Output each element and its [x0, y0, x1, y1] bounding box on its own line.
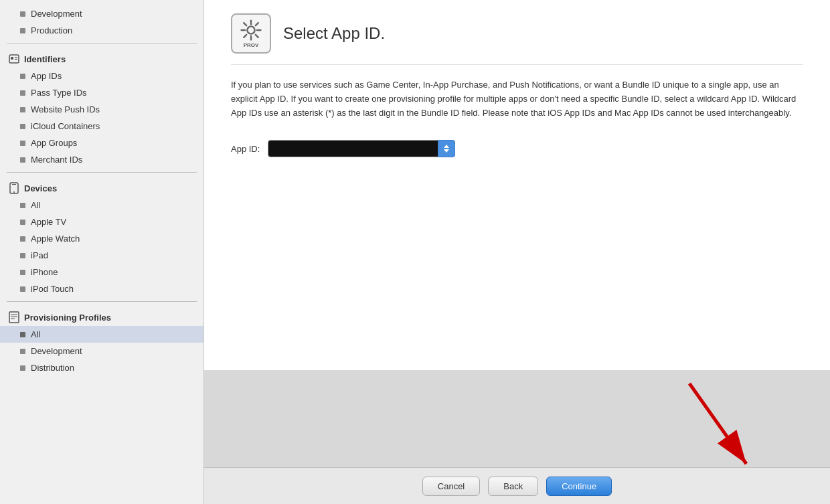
arrow-up-icon [444, 145, 449, 148]
sidebar-item-production[interactable]: Production [0, 22, 203, 39]
arrow-down-icon [444, 149, 449, 153]
app-id-select-wrapper[interactable] [268, 140, 455, 157]
back-button[interactable]: Back [488, 477, 538, 496]
bullet-icon [20, 107, 25, 112]
divider [7, 301, 197, 302]
svg-line-17 [256, 34, 258, 37]
bullet-icon [20, 286, 25, 292]
continue-button[interactable]: Continue [546, 477, 612, 496]
bullet-icon [20, 236, 25, 242]
sidebar-item-app-groups[interactable]: App Groups [0, 135, 203, 151]
svg-rect-1 [11, 57, 13, 60]
identifiers-header: Identifiers [0, 48, 203, 68]
provisioning-profiles-header: Provisioning Profiles [0, 306, 203, 326]
bullet-icon [20, 349, 25, 354]
bullet-icon [20, 90, 25, 96]
app-id-row: App ID: [231, 140, 803, 157]
sidebar-item-ipod-touch[interactable]: iPod Touch [0, 280, 203, 297]
select-arrow-icon[interactable] [438, 140, 455, 157]
sidebar-item-app-ids[interactable]: App IDs [0, 68, 203, 84]
svg-line-19 [244, 34, 246, 37]
provisioning-icon: PROV [231, 13, 271, 54]
bullet-icon [20, 74, 25, 79]
content-area: PROV Select App ID. If you plan to use s… [204, 0, 830, 370]
sidebar-item-distribution[interactable]: Distribution [0, 359, 203, 376]
bottom-bar: Cancel Back Continue [204, 467, 830, 504]
gear-icon [240, 19, 262, 41]
sidebar-item-icloud-containers[interactable]: iCloud Containers [0, 118, 203, 135]
main-content: PROV Select App ID. If you plan to use s… [204, 0, 830, 504]
sidebar: Development Production Identifiers App I… [0, 0, 204, 504]
sidebar-item-profiles-all[interactable]: All [0, 326, 203, 343]
svg-line-16 [244, 23, 246, 25]
prov-profiles-icon [8, 311, 20, 323]
svg-point-5 [13, 191, 15, 193]
id-icon [8, 53, 20, 65]
prov-label: PROV [244, 42, 259, 48]
sidebar-item-iphone[interactable]: iPhone [0, 264, 203, 280]
page-header: PROV Select App ID. [231, 13, 803, 65]
bullet-icon [20, 220, 25, 225]
bullet-icon [20, 124, 25, 129]
cancel-button[interactable]: Cancel [422, 477, 480, 496]
bullet-icon [20, 11, 25, 17]
page-title: Select App ID. [283, 24, 385, 43]
divider [7, 172, 197, 173]
bullet-icon [20, 157, 25, 163]
divider [7, 43, 197, 44]
bullet-icon [20, 28, 25, 33]
svg-line-21 [689, 384, 746, 464]
device-icon [8, 182, 20, 194]
sidebar-item-merchant-ids[interactable]: Merchant IDs [0, 151, 203, 168]
devices-header: Devices [0, 177, 203, 197]
bullet-icon [20, 332, 25, 337]
sidebar-item-devices-all[interactable]: All [0, 197, 203, 214]
sidebar-item-apple-watch[interactable]: Apple Watch [0, 230, 203, 247]
footer-gray-area: Cancel Back Continue [204, 370, 830, 504]
svg-point-11 [247, 26, 254, 33]
app-id-label: App ID: [231, 144, 260, 154]
svg-rect-7 [9, 312, 19, 323]
sidebar-item-ipad[interactable]: iPad [0, 247, 203, 264]
bullet-icon [20, 203, 25, 208]
svg-line-18 [256, 23, 258, 25]
description-text: If you plan to use services such as Game… [231, 78, 803, 120]
sidebar-item-website-push-ids[interactable]: Website Push IDs [0, 101, 203, 118]
sidebar-item-profiles-development[interactable]: Development [0, 343, 203, 359]
bullet-icon [20, 141, 25, 146]
sidebar-item-apple-tv[interactable]: Apple TV [0, 214, 203, 230]
app-id-select[interactable] [268, 140, 455, 157]
bullet-icon [20, 270, 25, 275]
bullet-icon [20, 253, 25, 258]
sidebar-item-development[interactable]: Development [0, 5, 203, 22]
bullet-icon [20, 365, 25, 371]
sidebar-item-pass-type-ids[interactable]: Pass Type IDs [0, 84, 203, 101]
